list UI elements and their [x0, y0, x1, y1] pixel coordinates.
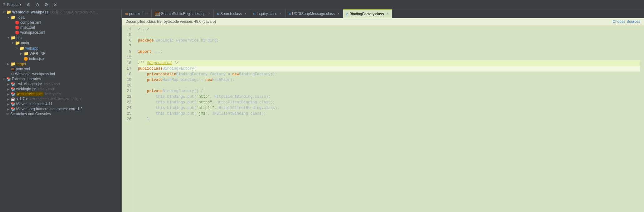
code-line-22: this.bindings.put("http", HttpClientBind…	[138, 94, 640, 100]
tree-extra-15: library root	[38, 87, 54, 91]
tab-close-pom[interactable]: ✕	[146, 12, 148, 15]
tree-item-6[interactable]: ▾ 📁 main	[0, 40, 121, 46]
tree-item-12[interactable]: ⚙ Weblogic_weakpass.iml	[0, 71, 121, 76]
tab-close-search-class[interactable]: ✕	[244, 12, 247, 15]
tree-label-0: Weblogic_weakpass	[12, 10, 49, 14]
tree-label-9: index.jsp	[29, 57, 44, 61]
line-num-16: 16	[122, 60, 131, 66]
pom-icon: m	[11, 67, 15, 71]
tree-item-16[interactable]: ▶ 📚 webservices.jar library root	[0, 91, 121, 96]
tree-item-10[interactable]: ▶ 📁 target	[0, 61, 121, 67]
minus-icon[interactable]: ⊖	[34, 2, 41, 8]
tab-search-reg[interactable]: jspSearchPublicRegistries.jsp✕	[152, 9, 214, 18]
xml-icon: 🔴	[15, 26, 19, 30]
tree-label-5: src	[17, 36, 22, 40]
sidebar: ▾ 📁 Weblogic_weakpass D:\Simon\IDEA_WORK…	[0, 9, 122, 212]
tab-label-binding: BindingFactory.class	[349, 12, 384, 16]
choose-sources-button[interactable]: Choose Sources	[612, 19, 640, 24]
tree-arrow-1[interactable]: ▾	[6, 16, 11, 19]
code-area[interactable]: /.../package weblogic.webservice.binding…	[134, 25, 644, 212]
tree-item-11[interactable]: m pom.xml	[0, 67, 121, 71]
line-num-25: 25	[122, 111, 131, 116]
tab-binding[interactable]: cBindingFactory.class✕	[343, 9, 393, 18]
line-num-1: 1	[122, 27, 131, 32]
project-grid-icon: ⊞	[2, 2, 6, 7]
tab-inquiry[interactable]: cInquiry.class✕	[250, 9, 286, 18]
tree-label-7: webapp	[25, 46, 38, 51]
tree-arrow-14[interactable]: ▶	[6, 82, 11, 86]
close-icon[interactable]: ✕	[52, 2, 58, 8]
tree-label-10: target	[17, 62, 26, 66]
scratch-icon: ✏	[6, 112, 9, 116]
code-line-21: private BindingFactory() {	[138, 88, 640, 94]
tree-item-2[interactable]: 🔴 compiler.xml	[0, 20, 121, 25]
tree-item-4[interactable]: 🔴 workspace.xml	[0, 30, 121, 35]
tree-arrow-8[interactable]: ▶	[19, 52, 24, 55]
tree-arrow-7[interactable]: ▾	[14, 47, 19, 50]
folder-icon: 📁	[11, 62, 16, 66]
code-line-16: /** @deprecated */	[138, 60, 640, 66]
tree-extra-16: library root	[45, 92, 61, 96]
tab-close-uddi[interactable]: ✕	[337, 12, 340, 15]
tree-label-6: main	[21, 41, 29, 45]
tab-pom[interactable]: mpom.xml✕	[122, 9, 152, 18]
tree-item-8[interactable]: ▶ 📁 WEB-INF	[0, 51, 121, 56]
tree-arrow-18[interactable]: ▶	[6, 102, 11, 106]
tree-item-19[interactable]: ▶ 📚 Maven: org.hamcrest:hamcrest-core:1.…	[0, 106, 121, 111]
tree-item-20[interactable]: ✏ Scratches and Consoles	[0, 111, 121, 116]
tab-label-pom: pom.xml	[129, 12, 143, 16]
line-num-21: 21	[122, 88, 131, 94]
lib-icon: 📚	[11, 92, 15, 96]
tree-item-17[interactable]: ▶ ☕ < 1.7 > C:\Program Files\Java\jdk1.7…	[0, 96, 121, 101]
tab-icon-binding: c	[346, 12, 349, 16]
add-icon[interactable]: ⊕	[26, 2, 32, 8]
tab-search-class[interactable]: cSearch.class✕	[214, 9, 250, 18]
tree-arrow-19[interactable]: ▶	[6, 107, 11, 111]
settings-icon[interactable]: ⚙	[43, 2, 50, 8]
tree-arrow-0[interactable]: ▾	[1, 10, 6, 14]
tree-item-18[interactable]: ▶ 📚 Maven: junit:junit:4.11	[0, 101, 121, 106]
tree-label-12: Weblogic_weakpass.iml	[15, 72, 55, 76]
editor-body: 15678151617181920212223242526 /.../packa…	[122, 25, 644, 212]
tree-label-8: WEB-INF	[30, 52, 46, 56]
jsp-icon: 🟠	[24, 57, 28, 61]
tree-item-1[interactable]: ▾ 📁 .idea	[0, 15, 121, 20]
lib-icon: 📚	[6, 77, 11, 81]
tree-item-13[interactable]: ▾ 📚 External Libraries	[0, 76, 121, 81]
project-menu[interactable]: ⊞ Project ▾	[2, 2, 21, 7]
tree-item-0[interactable]: ▾ 📁 Weblogic_weakpass D:\Simon\IDEA_WORK…	[0, 9, 121, 15]
tree-label-4: workspace.xml	[20, 30, 45, 35]
tab-close-search-reg[interactable]: ✕	[208, 12, 210, 15]
tab-uddi[interactable]: cUDDISoapMessage.class✕	[285, 9, 343, 18]
tree-arrow-5[interactable]: ▾	[6, 36, 11, 39]
tree-item-15[interactable]: ▶ 📚 weblogic.jar library root	[0, 86, 121, 91]
tree-arrow-10[interactable]: ▶	[6, 62, 11, 66]
tree-item-5[interactable]: ▾ 📁 src	[0, 35, 121, 40]
tree-label-20: Scratches and Consoles	[10, 112, 51, 116]
tab-close-inquiry[interactable]: ✕	[280, 12, 282, 15]
tree-item-9[interactable]: 🟠 index.jsp	[0, 56, 121, 61]
tree-label-3: misc.xml	[20, 25, 35, 30]
tree-label-2: compiler.xml	[20, 20, 41, 25]
tree-item-3[interactable]: 🔴 misc.xml	[0, 25, 121, 30]
line-numbers: 15678151617181920212223242526	[122, 25, 134, 212]
tab-close-binding[interactable]: ✕	[386, 12, 389, 16]
tree-item-7[interactable]: ▾ 📁 webapp	[0, 46, 121, 51]
tree-arrow-16[interactable]: ▶	[6, 92, 11, 96]
line-num-22: 22	[122, 94, 131, 100]
decompiled-banner: Decompiled .class file, bytecode version…	[122, 18, 644, 25]
tree-item-14[interactable]: ▶ 📚 _wl_cls_gen.jar library root	[0, 81, 121, 86]
lib-icon: 📚	[11, 107, 15, 111]
tree-label-13: External Libraries	[12, 77, 41, 81]
code-line-7	[138, 43, 640, 49]
project-dropdown-icon: ▾	[20, 3, 21, 6]
code-line-25: this.bindings.put("jms", JMSClientBindin…	[138, 111, 640, 116]
tree-arrow-6[interactable]: ▾	[10, 41, 15, 45]
tree-arrow-13[interactable]: ▾	[1, 77, 6, 81]
code-line-26: }	[138, 116, 640, 122]
xml-icon: 🔴	[15, 31, 19, 35]
folder-icon: 📁	[24, 51, 29, 56]
tree-arrow-17[interactable]: ▶	[6, 97, 11, 101]
tab-label-search-reg: SearchPublicRegistries.jsp	[161, 12, 206, 16]
tree-arrow-15[interactable]: ▶	[6, 87, 11, 91]
